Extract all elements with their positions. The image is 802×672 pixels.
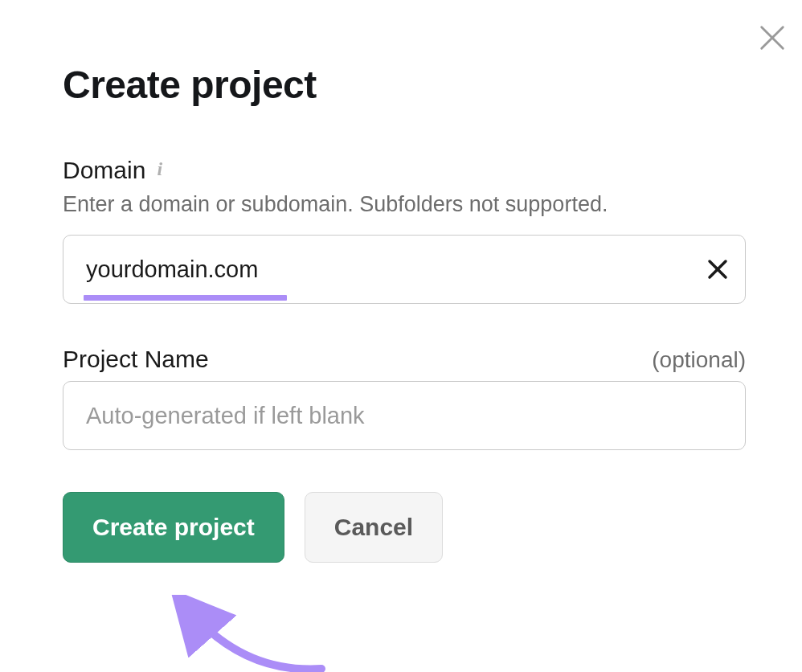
domain-label: Domain (63, 157, 145, 184)
domain-field-group: Domain i Enter a domain or subdomain. Su… (63, 157, 746, 304)
close-button[interactable] (757, 23, 788, 56)
project-name-label: Project Name (63, 346, 209, 373)
project-name-input[interactable] (63, 381, 746, 450)
create-project-button[interactable]: Create project (63, 492, 284, 563)
clear-domain-button[interactable] (707, 259, 728, 280)
dialog-actions: Create project Cancel (63, 492, 746, 563)
create-project-dialog: Create project Domain i Enter a domain o… (0, 0, 802, 563)
info-icon[interactable]: i (157, 159, 162, 178)
domain-input[interactable] (63, 235, 746, 304)
domain-help-text: Enter a domain or subdomain. Subfolders … (63, 192, 746, 217)
clear-icon (707, 259, 728, 280)
cancel-button[interactable]: Cancel (305, 492, 443, 563)
annotation-arrow-icon (153, 595, 346, 672)
optional-label: (optional) (652, 347, 746, 373)
close-icon (757, 23, 788, 53)
dialog-title: Create project (63, 63, 746, 107)
domain-highlight (84, 295, 287, 301)
project-name-field-group: Project Name (optional) (63, 346, 746, 450)
